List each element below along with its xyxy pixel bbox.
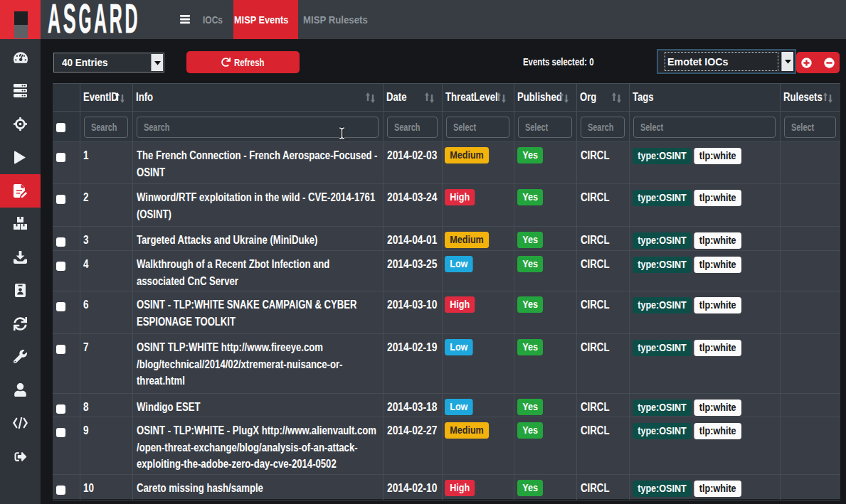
svg-text:G: G bbox=[78, 1, 91, 36]
svg-text:R: R bbox=[110, 1, 122, 36]
svg-text:A: A bbox=[48, 1, 60, 36]
svg-text:A: A bbox=[94, 1, 107, 36]
svg-text:D: D bbox=[125, 1, 138, 36]
svg-text:S: S bbox=[63, 1, 76, 36]
